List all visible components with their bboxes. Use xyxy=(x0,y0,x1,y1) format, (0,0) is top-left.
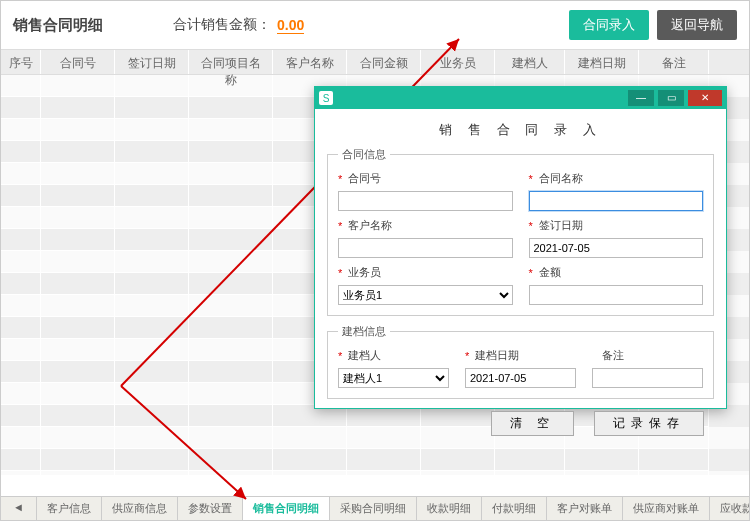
lbl-archiver: 建档人 xyxy=(348,348,381,363)
th-sign-date: 签订日期 xyxy=(115,50,189,74)
sheet-tab[interactable]: 销售合同明细 xyxy=(243,497,330,520)
table-header-row: 序号 合同号 签订日期 合同项目名称 客户名称 合同金额 业务员 建档人 建档日… xyxy=(1,49,749,75)
sheet-tab[interactable]: 客户对账单 xyxy=(547,497,623,520)
sheet-tab[interactable]: 收款明细 xyxy=(417,497,482,520)
lbl-amount: 金额 xyxy=(539,265,561,280)
lbl-contract-no: 合同号 xyxy=(348,171,381,186)
customer-field[interactable] xyxy=(338,238,513,258)
salesman-select[interactable]: 业务员1 xyxy=(338,285,513,305)
sheet-tab[interactable]: 供应商对账单 xyxy=(623,497,710,520)
sheet-tab[interactable]: 客户信息 xyxy=(37,497,102,520)
lbl-customer: 客户名称 xyxy=(348,218,392,233)
archive-info-legend: 建档信息 xyxy=(338,324,390,339)
close-icon[interactable]: ✕ xyxy=(688,90,722,106)
amount-field[interactable] xyxy=(529,285,704,305)
topbar: 销售合同明细 合计销售金额： 0.00 合同录入 返回导航 xyxy=(1,1,749,49)
maximize-icon[interactable]: ▭ xyxy=(658,90,684,106)
dialog-app-icon: S xyxy=(319,91,333,105)
lbl-salesman: 业务员 xyxy=(348,265,381,280)
archiver-select[interactable]: 建档人1 xyxy=(338,368,449,388)
th-salesman: 业务员 xyxy=(421,50,495,74)
lbl-contract-name: 合同名称 xyxy=(539,171,583,186)
remark-field[interactable] xyxy=(592,368,703,388)
clear-button[interactable]: 清 空 xyxy=(491,411,574,436)
sheet-tabs: ◄ 客户信息供应商信息参数设置销售合同明细采购合同明细收款明细付款明细客户对账单… xyxy=(1,496,749,520)
contract-info-group: 合同信息 *合同号 *合同名称 *客户名称 *签订日期 *业务员 *金额 业务员… xyxy=(327,147,714,316)
table-row xyxy=(1,471,749,475)
lbl-sign-date: 签订日期 xyxy=(539,218,583,233)
sheet-tab[interactable]: 应收款汇总 xyxy=(710,497,749,520)
contract-entry-dialog: S ― ▭ ✕ 销 售 合 同 录 入 合同信息 *合同号 *合同名称 *客户名… xyxy=(314,86,727,409)
total-amount-label: 合计销售金额： xyxy=(173,16,271,34)
contract-info-legend: 合同信息 xyxy=(338,147,390,162)
dialog-header: 销 售 合 同 录 入 xyxy=(327,117,714,147)
total-amount-value: 0.00 xyxy=(277,17,304,34)
lbl-remark: 备注 xyxy=(602,348,624,363)
archive-date-field[interactable] xyxy=(465,368,576,388)
archive-info-group: 建档信息 *建档人 *建档日期 *备注 建档人1 xyxy=(327,324,714,399)
sheet-tab[interactable]: 采购合同明细 xyxy=(330,497,417,520)
sheet-tab[interactable]: 付款明细 xyxy=(482,497,547,520)
sign-date-field[interactable] xyxy=(529,238,704,258)
th-item-name: 合同项目名称 xyxy=(189,50,273,74)
page-title: 销售合同明细 xyxy=(13,16,163,35)
sheet-tab[interactable]: 供应商信息 xyxy=(102,497,178,520)
contract-entry-button[interactable]: 合同录入 xyxy=(569,10,649,40)
sheet-tab[interactable]: 参数设置 xyxy=(178,497,243,520)
save-record-button[interactable]: 记录保存 xyxy=(594,411,704,436)
th-archiver: 建档人 xyxy=(495,50,565,74)
minimize-icon[interactable]: ― xyxy=(628,90,654,106)
th-amount: 合同金额 xyxy=(347,50,421,74)
contract-name-field[interactable] xyxy=(529,191,704,211)
th-contract-no: 合同号 xyxy=(41,50,115,74)
tabs-nav-left[interactable]: ◄ xyxy=(1,497,37,520)
lbl-archive-date: 建档日期 xyxy=(475,348,519,363)
contract-no-field[interactable] xyxy=(338,191,513,211)
th-customer: 客户名称 xyxy=(273,50,347,74)
th-archive-date: 建档日期 xyxy=(565,50,639,74)
table-row xyxy=(1,449,749,471)
th-seq: 序号 xyxy=(1,50,41,74)
th-remark: 备注 xyxy=(639,50,709,74)
return-nav-button[interactable]: 返回导航 xyxy=(657,10,737,40)
dialog-titlebar: S ― ▭ ✕ xyxy=(315,87,726,109)
